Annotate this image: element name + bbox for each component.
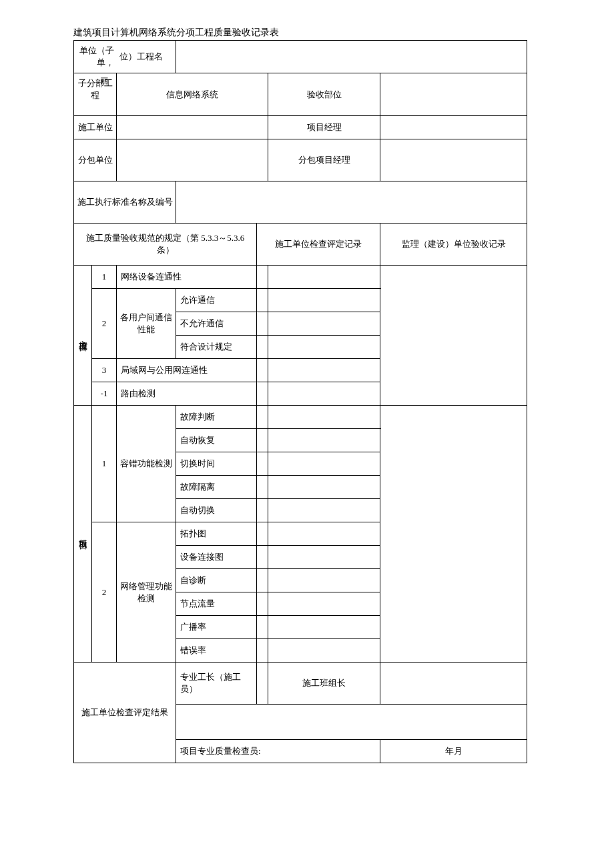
foreman-label: 专业工长（施工员） [176,663,257,705]
page-title: 建筑项目计算机网络系统分项工程质量验收记录表 [40,27,574,39]
g-1e: 自动切换 [176,499,257,522]
mc-2c-check2[interactable] [268,336,380,359]
g-1-num: 1 [92,406,117,522]
mc-4-num: -1 [92,382,117,406]
mc-2c: 符合设计规定 [176,336,257,359]
accept-part-value[interactable] [380,73,527,116]
subcontractor-label: 分包单位 [74,139,117,181]
unit-label-b: 位）工程名 [117,41,176,73]
g-supervisor[interactable] [380,406,527,663]
mc-supervisor[interactable] [380,266,527,406]
mc-1-check2[interactable] [268,266,380,289]
sub-pm-label: 分包项目经理 [268,139,380,181]
g-2f-check[interactable] [257,639,268,663]
mc-4-check2[interactable] [268,382,380,406]
mc-1-check[interactable] [257,266,268,289]
g-2c-check[interactable] [257,569,268,592]
mc-2-label: 各用户间通信性能 [117,289,176,359]
mc-2a-check2[interactable] [268,289,380,312]
g-2b: 设备连接图 [176,546,257,569]
mc-2b-check2[interactable] [268,312,380,336]
mc-2b: 不允许通信 [176,312,257,336]
sub-div-value: 信息网络系统 [117,73,268,116]
team-leader-label: 施工班组长 [268,663,380,705]
mc-2a-check[interactable] [257,289,268,312]
mc-1-label: 网络设备连通性 [117,266,257,289]
mc-3-check[interactable] [257,359,268,382]
constructor-value[interactable] [117,116,268,139]
pm-label: 项目经理 [268,116,380,139]
date-label: 年月 [380,740,527,763]
mc-4-check[interactable] [257,382,268,406]
constructor-label: 施工单位 [74,116,117,139]
accept-part-label: 验收部位 [268,73,380,116]
general-title: 般项目 [74,406,92,663]
g-1d-check[interactable] [257,476,268,499]
g-2c-check2[interactable] [268,569,380,592]
mc-1-num: 1 [92,266,117,289]
g-2a: 拓扑图 [176,522,257,546]
g-2e-check2[interactable] [268,616,380,639]
g-1e-check2[interactable] [268,499,380,522]
g-2f-check2[interactable] [268,639,380,663]
g-1a-check[interactable] [257,406,268,429]
mc-2a: 允许通信 [176,289,257,312]
inspection-table: 单位（子单， 位）工程名 子分部工程 丽 信息网络系统 验收部位 施工单位 项目… [73,40,527,763]
g-2b-check2[interactable] [268,546,380,569]
foreman-value[interactable] [257,663,268,705]
g-2d-check[interactable] [257,592,268,616]
unit-value[interactable] [176,41,527,73]
g-1d: 故障隔离 [176,476,257,499]
result-label: 施工单位检查评定结果 [74,663,176,763]
g-2e: 广播率 [176,616,257,639]
g-2b-check[interactable] [257,546,268,569]
g-2d: 节点流量 [176,592,257,616]
g-1b: 自动恢复 [176,429,257,452]
mc-2b-check[interactable] [257,312,268,336]
g-1-label: 容错功能检测 [117,406,176,522]
unit-label-a: 单位（子单， [74,41,117,73]
g-1b-check2[interactable] [268,429,380,452]
g-1c-check2[interactable] [268,452,380,476]
standard-label: 施工执行标准名称及编号 [74,181,176,224]
mc-3-num: 3 [92,359,117,382]
sub-pm-value[interactable] [380,139,527,181]
check-record-label: 施工单位检查评定记录 [257,224,380,266]
supervisor-record-label: 监理（建设）单位验收记录 [380,224,527,266]
mc-4-label: 路由检测 [117,382,257,406]
g-1e-check[interactable] [257,499,268,522]
spec-label: 施工质量验收规范的规定（第 5.3.3～5.3.6 条） [74,224,257,266]
subcontractor-value[interactable] [117,139,268,181]
g-2-num: 2 [92,522,117,663]
standard-value[interactable] [176,181,527,224]
g-1a-check2[interactable] [268,406,380,429]
mc-2c-check[interactable] [257,336,268,359]
g-1d-check2[interactable] [268,476,380,499]
mc-2-num: 2 [92,289,117,359]
g-1c-check[interactable] [257,452,268,476]
team-leader-value[interactable] [380,663,527,705]
sub-div-label: 子分部工程 丽 [74,73,117,116]
pm-value[interactable] [380,116,527,139]
g-2c: 自诊断 [176,569,257,592]
g-2a-check2[interactable] [268,522,380,546]
g-2a-check[interactable] [257,522,268,546]
mc-3-check2[interactable] [268,359,380,382]
g-1b-check[interactable] [257,429,268,452]
g-1c: 切换时间 [176,452,257,476]
g-2e-check[interactable] [257,616,268,639]
result-blank[interactable] [176,705,527,740]
inspector-label: 项目专业质量检查员: [176,740,380,763]
g-1a: 故障判断 [176,406,257,429]
mc-3-label: 局域网与公用网连通性 [117,359,257,382]
main-ctrl-title: 主控项目 [74,266,92,406]
g-2d-check2[interactable] [268,592,380,616]
g-2f: 错误率 [176,639,257,663]
g-2-label: 网络管理功能检测 [117,522,176,663]
